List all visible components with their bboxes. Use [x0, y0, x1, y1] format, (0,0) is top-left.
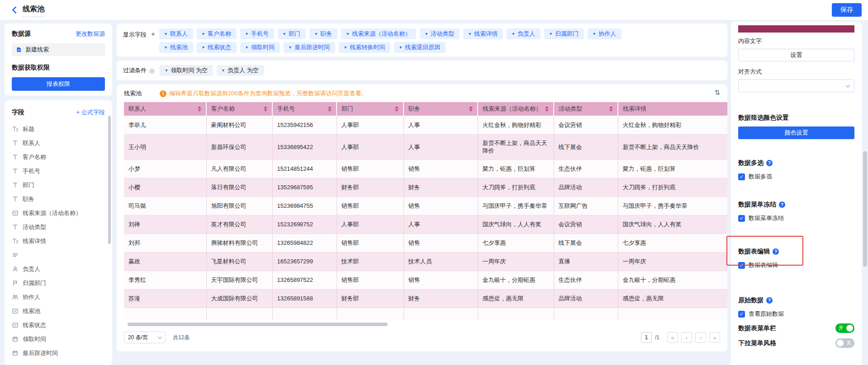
first-page-button[interactable] [667, 332, 678, 343]
sort-icon[interactable] [469, 106, 473, 112]
prev-page-button[interactable] [681, 332, 692, 343]
field-item[interactable]: 最后跟进时间 [12, 346, 105, 360]
field-chip[interactable]: ▾ 部门 [278, 28, 306, 39]
chip-label: 手机号 [251, 30, 269, 38]
current-page-input[interactable]: 1 [641, 332, 652, 343]
chevron-down-icon: ▾ [202, 45, 204, 50]
field-chip[interactable]: ▾ 领取时间 [240, 42, 280, 53]
raw-data-label: 原始数据 ? [738, 296, 854, 304]
field-item[interactable]: 线索池 [12, 304, 105, 318]
table-edit-checkbox[interactable]: ✓ [738, 262, 745, 269]
field-item[interactable]: 标题 [12, 122, 105, 136]
field-chip[interactable]: ▾ 归属部门 [544, 28, 584, 39]
table-column-header[interactable]: 联系人 [124, 102, 206, 116]
field-item[interactable]: 手机号 [12, 164, 105, 178]
chip-label: 领取时间 为空 [171, 66, 208, 75]
sort-icon[interactable] [609, 106, 613, 112]
table-menubar-toggle[interactable]: 开 [835, 323, 854, 333]
color-settings-button[interactable]: 颜色设置 [738, 126, 854, 139]
field-item[interactable]: 领取时间 [12, 332, 105, 346]
multi-select-checkbox[interactable]: ✓ [738, 173, 745, 180]
save-button[interactable]: 保存 [832, 3, 862, 17]
chevron-down-icon: ▾ [346, 32, 349, 36]
filter-color-label: 数据筛选颜色设置 [738, 114, 854, 122]
field-chip[interactable]: ▾ 线索来源（活动名称） [341, 28, 416, 39]
field-item[interactable]: 负责人 [12, 262, 105, 276]
page-size-select[interactable]: 20 条/页 [124, 332, 166, 343]
field-chip[interactable]: ▾ 负责人 为空 [217, 65, 264, 76]
field-chip[interactable]: ▾ 负责人 [507, 28, 541, 39]
field-chip[interactable]: ▾ 客户名称 [197, 28, 237, 39]
horizontal-scrollbar[interactable] [128, 323, 388, 326]
table-cell: 会议营销 [554, 215, 618, 234]
field-chip[interactable]: ▾ 线索退回原因 [394, 42, 446, 53]
table-cell: 苏漫 [124, 289, 206, 308]
chevron-down-icon: ▾ [202, 32, 204, 36]
table-cell: 火红金秋，购物好精彩 [618, 116, 727, 134]
align-select[interactable] [738, 80, 854, 92]
help-icon[interactable]: ? [766, 160, 773, 166]
sort-icon[interactable] [395, 106, 398, 112]
next-page-button[interactable] [695, 332, 706, 343]
help-icon[interactable]: ? [773, 248, 779, 255]
table-cell: 财务部 [337, 289, 403, 308]
last-page-button[interactable] [709, 332, 720, 343]
color-swatch[interactable] [738, 25, 854, 33]
field-item[interactable]: 部门 [12, 178, 105, 192]
table-column-header[interactable]: 线索详情 [618, 102, 727, 116]
field-item[interactable]: 归属部门 [12, 276, 105, 290]
datasource-name: 新建线索 [25, 46, 49, 54]
sort-icon[interactable] [328, 106, 332, 112]
field-item[interactable]: 线索状态 [12, 318, 105, 332]
field-chip[interactable]: ▾ 协作人 [588, 28, 621, 39]
field-item[interactable]: 线索来源（活动名称） [12, 206, 105, 220]
field-chip[interactable]: ▾ 线索池 [159, 42, 193, 53]
field-item[interactable]: 线索详情 [12, 234, 105, 248]
field-chip[interactable]: ▾ 职务 [309, 28, 337, 39]
sort-icon[interactable] [198, 106, 201, 112]
sort-icon[interactable] [545, 106, 549, 112]
field-chip[interactable]: ▾ 联系人 [159, 28, 193, 39]
window-scrollbar[interactable] [863, 151, 867, 267]
table-column-header[interactable]: 部门 [337, 102, 403, 116]
change-datasource-link[interactable]: 更改数据源 [76, 30, 105, 38]
table-column-header[interactable]: 客户名称 [206, 102, 272, 116]
field-item[interactable]: 活动类型 [12, 220, 105, 234]
table-column-header[interactable]: 手机号 [272, 102, 337, 116]
chevron-down-icon: ▾ [283, 32, 285, 36]
field-item[interactable]: 客户名称 [12, 150, 105, 164]
field-chip[interactable]: ▾ 手机号 [240, 28, 274, 39]
table-column-header[interactable]: 职务 [403, 102, 478, 116]
menu-freeze-checkbox[interactable]: ✓ [738, 215, 745, 222]
raw-data-checkbox[interactable]: ✓ [738, 311, 745, 318]
table-cell [618, 308, 727, 320]
settings-panel: 内容文字 设置 对齐方式 数据筛选颜色设置 颜色设置 数据多选 ? ✓ 数据多选… [731, 22, 862, 365]
content-text-settings-button[interactable]: 设置 [738, 49, 854, 61]
table-column-header[interactable]: 活动类型 [554, 102, 618, 116]
field-chip[interactable]: ▾ 最后跟进时间 [284, 42, 335, 53]
field-item[interactable] [12, 248, 105, 262]
add-field-button[interactable]: + [151, 31, 155, 52]
report-permission-button[interactable]: 报表权限 [12, 77, 105, 91]
field-item[interactable]: 联系人 [12, 136, 105, 150]
help-icon[interactable]: ? [779, 201, 785, 208]
field-chip[interactable]: ▾ 线索详情 [463, 28, 503, 39]
field-chip[interactable]: ▾ 线索转换时间 [339, 42, 390, 53]
field-chip[interactable]: ▾ 活动类型 [420, 28, 460, 39]
dropdown-style-toggle[interactable]: 关 [835, 338, 854, 348]
filter-target-icon[interactable]: ◎ [149, 67, 154, 74]
field-item[interactable]: 职务 [12, 192, 105, 206]
add-formula-field-link[interactable]: + 公式字段 [76, 108, 105, 117]
sort-order-icon[interactable]: ⇅ [714, 89, 720, 97]
field-chip[interactable]: ▾ 线索状态 [197, 42, 237, 53]
field-item[interactable]: 协作人 [12, 290, 105, 304]
datasource-item[interactable]: 新建线索 [12, 43, 105, 56]
table-column-header[interactable]: 线索来源（活动名称） [478, 102, 554, 116]
help-icon[interactable]: ? [766, 297, 773, 304]
sort-icon[interactable] [264, 106, 267, 112]
back-icon[interactable] [10, 5, 19, 14]
fields-scrollbar[interactable] [108, 116, 111, 244]
field-chip[interactable]: ▾ 领取时间 为空 [160, 65, 213, 76]
table-cell: 16523657299 [272, 252, 337, 271]
page-title[interactable]: 线索池 [23, 5, 44, 17]
